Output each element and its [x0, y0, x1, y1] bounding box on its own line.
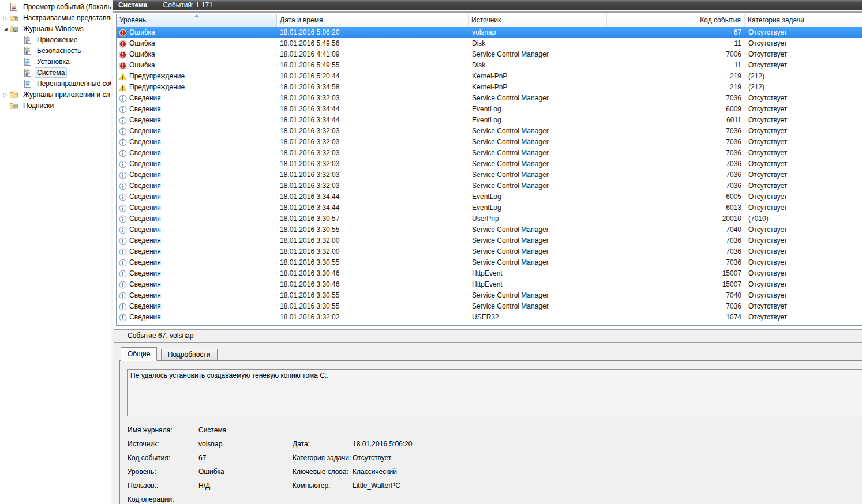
- event-date-cell: 18.01.2016 3:34:58: [277, 82, 469, 93]
- table-row[interactable]: Сведения18.01.2016 3:30:55Service Contro…: [117, 224, 862, 235]
- table-row[interactable]: Ошибка18.01.2016 5:06:20volsnap67Отсутст…: [117, 27, 862, 38]
- sidebar-item-apps-logs[interactable]: Журналы приложений и сл: [0, 89, 111, 100]
- sidebar-item-event-viewer[interactable]: Просмотр событий (Локальнь: [0, 1, 111, 12]
- table-row[interactable]: Сведения18.01.2016 3:30:46HttpEvent15007…: [117, 279, 862, 290]
- info-icon: [119, 215, 127, 223]
- event-level-cell: Сведения: [117, 312, 277, 323]
- event-code-cell: 7036: [607, 246, 745, 257]
- table-row[interactable]: Сведения18.01.2016 3:34:44EventLog6009От…: [117, 104, 862, 115]
- event-level-label: Сведения: [129, 290, 161, 301]
- property-label: Компьютер:: [293, 479, 330, 492]
- event-level-cell: Сведения: [117, 148, 277, 159]
- event-code-cell: 7036: [607, 301, 745, 312]
- sidebar-item-subscriptions[interactable]: Подписки: [0, 100, 111, 111]
- column-header-level[interactable]: Уровень: [117, 14, 277, 27]
- column-header-taskcategory[interactable]: Категория задачи: [745, 14, 862, 27]
- column-header-eventid[interactable]: Код события: [607, 14, 745, 27]
- table-row[interactable]: Сведения18.01.2016 3:32:03Service Contro…: [117, 93, 862, 104]
- sidebar-item-event-log[interactable]: Система: [0, 67, 111, 78]
- event-source-cell: HttpEvent: [469, 279, 607, 290]
- event-date-cell: 18.01.2016 3:30:57: [277, 213, 469, 224]
- event-date-cell: 18.01.2016 3:34:44: [277, 104, 469, 115]
- column-header-datetime[interactable]: Дата и время: [277, 14, 469, 27]
- property-row: Уровень:ОшибкаКлючевые слова:Классически…: [128, 465, 862, 479]
- event-source-cell: volsnap: [469, 27, 607, 38]
- event-source-cell: Service Control Manager: [469, 290, 607, 301]
- table-row[interactable]: Предупреждение18.01.2016 5:20:44Kernel-P…: [117, 71, 862, 82]
- tab-details[interactable]: Подробности: [161, 349, 218, 361]
- sidebar-item-custom-views[interactable]: Настраиваемые представле: [0, 12, 111, 23]
- event-level-label: Предупреждение: [129, 82, 185, 93]
- table-row[interactable]: Сведения18.01.2016 3:34:44EventLog6013От…: [117, 202, 862, 213]
- table-row[interactable]: Сведения18.01.2016 3:32:03Service Contro…: [117, 180, 862, 191]
- events-count: Событий: 1 171: [163, 1, 213, 9]
- sidebar-item-label: Подписки: [21, 100, 56, 111]
- event-code-cell: 7006: [607, 49, 745, 60]
- event-category-cell: (212): [745, 71, 862, 82]
- table-row[interactable]: Сведения18.01.2016 3:34:44EventLog6005От…: [117, 191, 862, 202]
- table-row[interactable]: Сведения18.01.2016 3:32:02USER321074Отсу…: [117, 312, 862, 323]
- event-code-cell: 6011: [607, 115, 745, 126]
- event-viewer-icon: [9, 2, 18, 12]
- event-code-cell: 7036: [607, 126, 745, 137]
- event-category-cell: Отсутствует: [745, 60, 862, 71]
- expand-arrow-icon[interactable]: [2, 12, 9, 24]
- table-row[interactable]: Сведения18.01.2016 3:30:55Service Contro…: [117, 290, 862, 301]
- table-row[interactable]: Ошибка18.01.2016 4:41:09Service Control …: [117, 49, 862, 60]
- table-row[interactable]: Сведения18.01.2016 3:30:57UserPnp20010(7…: [117, 213, 862, 224]
- property-row: Код операции:: [128, 492, 862, 504]
- info-icon: [119, 171, 127, 179]
- info-icon: [119, 259, 127, 267]
- table-row[interactable]: Сведения18.01.2016 3:32:03Service Contro…: [117, 137, 862, 148]
- table-row[interactable]: Сведения18.01.2016 3:32:03Service Contro…: [117, 170, 862, 180]
- event-source-cell: Service Control Manager: [469, 159, 607, 170]
- property-label: Ключевые слова:: [293, 465, 348, 479]
- event-category-cell: Отсутствует: [745, 191, 862, 202]
- table-row[interactable]: Сведения18.01.2016 3:32:03Service Contro…: [117, 148, 862, 159]
- warning-icon: [119, 73, 127, 81]
- event-level-label: Сведения: [129, 257, 161, 268]
- event-code-cell: 6005: [607, 191, 745, 202]
- table-row[interactable]: Ошибка18.01.2016 5:49:56Disk11Отсутствуе…: [117, 38, 862, 49]
- column-header-source[interactable]: Источник: [469, 14, 607, 27]
- event-category-cell: Отсутствует: [745, 180, 862, 191]
- event-date-cell: 18.01.2016 3:30:55: [277, 224, 469, 235]
- table-row[interactable]: Сведения18.01.2016 3:30:46HttpEvent15007…: [117, 268, 862, 279]
- info-icon: [119, 226, 127, 234]
- table-row[interactable]: Сведения18.01.2016 3:32:00Service Contro…: [117, 235, 862, 246]
- table-row[interactable]: Предупреждение18.01.2016 3:34:58Kernel-P…: [117, 82, 862, 93]
- table-row[interactable]: Сведения18.01.2016 3:32:03Service Contro…: [117, 126, 862, 137]
- table-row[interactable]: Сведения18.01.2016 3:30:55Service Contro…: [117, 301, 862, 312]
- event-category-cell: Отсутствует: [745, 159, 862, 170]
- event-source-cell: Service Control Manager: [469, 148, 607, 159]
- info-icon: [119, 182, 127, 190]
- subscriptions-icon: [9, 101, 18, 110]
- table-row[interactable]: Сведения18.01.2016 3:34:44EventLog6011От…: [117, 115, 862, 126]
- event-date-cell: 18.01.2016 3:32:02: [277, 312, 469, 323]
- sidebar-item-event-log[interactable]: Безопасность: [0, 45, 111, 56]
- event-code-cell: 7040: [607, 290, 745, 301]
- expand-arrow-icon[interactable]: [2, 89, 9, 100]
- event-source-cell: Service Control Manager: [469, 246, 607, 257]
- sidebar-item-plain-log[interactable]: Перенаправленные соб: [0, 78, 111, 89]
- sidebar-item-windows-logs[interactable]: Журналы Windows: [0, 23, 111, 34]
- table-row[interactable]: Ошибка18.01.2016 5:49:55Disk11Отсутствуе…: [117, 60, 862, 71]
- event-date-cell: 18.01.2016 3:32:00: [277, 235, 469, 246]
- event-source-cell: Kernel-PnP: [469, 71, 607, 82]
- property-row: Пользов.:Н/ДКомпьютер:Little_WalterPC: [128, 479, 862, 492]
- info-icon: [119, 106, 127, 114]
- event-date-cell: 18.01.2016 3:34:44: [277, 202, 469, 213]
- tab-general[interactable]: Общие: [121, 347, 157, 361]
- console-tree: Просмотр событий (ЛокальньНастраиваемые …: [0, 0, 111, 111]
- event-level-label: Сведения: [129, 115, 161, 126]
- collapse-arrow-icon[interactable]: [2, 23, 9, 35]
- event-source-cell: Service Control Manager: [469, 126, 607, 137]
- table-row[interactable]: Сведения18.01.2016 3:32:00Service Contro…: [117, 246, 862, 257]
- general-tab-content: Не удалось установить создаваемую теневу…: [119, 360, 862, 504]
- table-row[interactable]: Сведения18.01.2016 3:30:55Service Contro…: [117, 257, 862, 268]
- table-row[interactable]: Сведения18.01.2016 3:32:03Service Contro…: [117, 159, 862, 170]
- sidebar-item-event-log[interactable]: Приложение: [0, 34, 111, 45]
- event-level-label: Сведения: [129, 224, 161, 235]
- sidebar-item-plain-log[interactable]: Установка: [0, 56, 111, 67]
- event-source-cell: Disk: [469, 60, 607, 71]
